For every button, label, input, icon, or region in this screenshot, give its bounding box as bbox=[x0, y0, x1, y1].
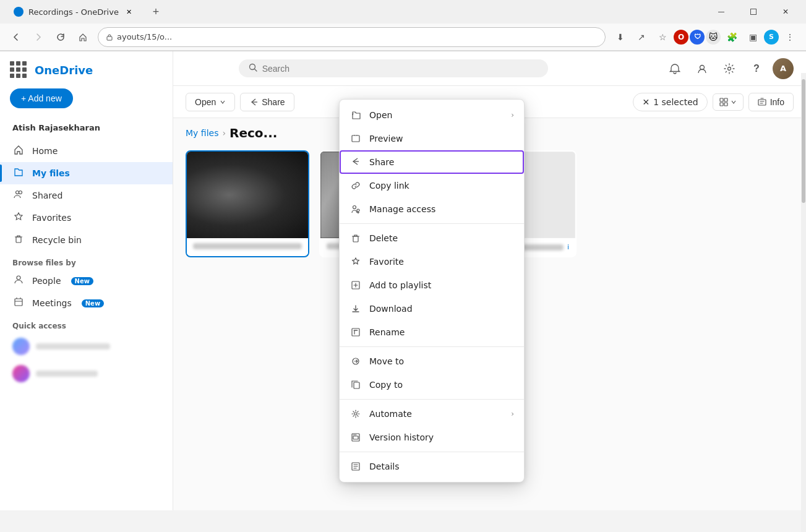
svg-point-25 bbox=[354, 413, 357, 415]
menu-item-copy-to[interactable]: Copy to bbox=[340, 373, 524, 397]
address-text: ayouts/15/o... bbox=[117, 32, 598, 41]
menu-item-preview[interactable]: Preview bbox=[340, 127, 524, 150]
download-page-button[interactable]: ⬇ bbox=[611, 27, 630, 47]
svg-point-19 bbox=[357, 209, 359, 212]
home-icon bbox=[12, 145, 25, 157]
spline-ext-icon[interactable]: S bbox=[764, 30, 779, 45]
close-selected-icon[interactable]: ✕ bbox=[642, 97, 650, 107]
selected-count-label: 1 selected bbox=[653, 97, 698, 107]
extensions-button[interactable]: 🧩 bbox=[722, 27, 742, 47]
menu-item-move-to[interactable]: Move to bbox=[340, 350, 524, 373]
search-box[interactable] bbox=[239, 59, 548, 77]
user-avatar[interactable]: A bbox=[773, 58, 794, 79]
menu-item-open[interactable]: Open › bbox=[340, 103, 524, 127]
search-icon bbox=[249, 63, 257, 74]
menu-button[interactable]: ⋮ bbox=[780, 27, 800, 47]
forward-button[interactable] bbox=[28, 27, 48, 47]
version-history-menu-icon bbox=[349, 431, 362, 444]
preview-menu-icon bbox=[349, 132, 362, 145]
sidebar-item-home-label: Home bbox=[32, 146, 58, 156]
menu-item-manage-access-label: Manage access bbox=[369, 204, 435, 214]
breadcrumb-parent-link[interactable]: My files bbox=[186, 128, 218, 138]
svg-rect-27 bbox=[353, 436, 358, 439]
move-to-menu-icon bbox=[349, 355, 362, 367]
details-menu-icon bbox=[349, 460, 362, 473]
menu-item-automate[interactable]: Automate › bbox=[340, 402, 524, 426]
menu-item-manage-access[interactable]: Manage access bbox=[340, 197, 524, 221]
info-button[interactable]: Info bbox=[748, 93, 794, 111]
menu-item-delete[interactable]: Delete bbox=[340, 226, 524, 250]
add-new-button[interactable]: + Add new bbox=[10, 88, 73, 108]
quick-access-item-2[interactable] bbox=[0, 360, 173, 387]
svg-rect-1 bbox=[751, 9, 757, 15]
menu-item-add-to-playlist[interactable]: Add to playlist bbox=[340, 273, 524, 297]
qa-item-name-2 bbox=[36, 371, 98, 377]
view-chevron-icon bbox=[731, 99, 737, 105]
settings-button[interactable] bbox=[718, 58, 740, 80]
menu-item-copy-link-label: Copy link bbox=[369, 181, 409, 191]
svg-rect-0 bbox=[718, 12, 724, 12]
menu-item-favorite[interactable]: Favorite bbox=[340, 250, 524, 273]
reload-button[interactable] bbox=[51, 27, 71, 47]
menu-item-details[interactable]: Details bbox=[340, 455, 524, 478]
open-label: Open bbox=[195, 97, 216, 107]
menu-item-share[interactable]: Share bbox=[340, 150, 524, 174]
scrollbar[interactable] bbox=[801, 73, 806, 532]
help-button[interactable]: ? bbox=[745, 58, 768, 80]
maximize-button[interactable] bbox=[739, 2, 768, 22]
sidebar-item-people[interactable]: People New bbox=[0, 270, 173, 292]
sidebar-item-my-files[interactable]: My files bbox=[0, 162, 173, 184]
sidebar-item-recycle-bin[interactable]: Recycle bin bbox=[0, 229, 173, 251]
selected-badge[interactable]: ✕ 1 selected bbox=[633, 93, 707, 111]
svg-rect-16 bbox=[352, 135, 359, 142]
menu-item-rename[interactable]: Rename bbox=[340, 320, 524, 344]
back-button[interactable] bbox=[6, 27, 26, 47]
new-tab-button[interactable]: + bbox=[147, 3, 165, 20]
qa-item-name-1 bbox=[36, 343, 110, 350]
download-menu-icon bbox=[349, 302, 362, 315]
scrollbar-thumb[interactable] bbox=[802, 79, 805, 203]
menu-item-version-history[interactable]: Version history bbox=[340, 426, 524, 449]
svg-point-3 bbox=[16, 191, 19, 194]
menu-item-copy-to-label: Copy to bbox=[369, 380, 403, 390]
sidebar-item-shared[interactable]: Shared bbox=[0, 184, 173, 207]
shield-ext-icon[interactable]: 🛡 bbox=[690, 30, 705, 45]
people-header-button[interactable] bbox=[691, 58, 713, 80]
quick-access-label: Quick access bbox=[0, 314, 173, 333]
tab-close-button[interactable]: ✕ bbox=[124, 6, 135, 17]
people-icon bbox=[12, 275, 25, 287]
share-page-button[interactable]: ↗ bbox=[632, 27, 651, 47]
bookmark-button[interactable]: ☆ bbox=[653, 27, 672, 47]
breadcrumb-separator: › bbox=[222, 128, 226, 138]
home-button[interactable] bbox=[73, 27, 93, 47]
file-card-1[interactable] bbox=[186, 150, 309, 257]
apps-grid-icon[interactable] bbox=[10, 61, 27, 79]
share-toolbar-button[interactable]: Share bbox=[240, 93, 294, 111]
menu-item-download[interactable]: Download bbox=[340, 297, 524, 320]
sidebar-item-favorites[interactable]: Favorites bbox=[0, 207, 173, 229]
opera-icon[interactable]: O bbox=[674, 30, 688, 45]
close-button[interactable]: ✕ bbox=[771, 2, 800, 22]
open-arrow-icon: › bbox=[511, 111, 514, 119]
notifications-button[interactable] bbox=[664, 58, 686, 80]
sidebar-item-meetings[interactable]: Meetings New bbox=[0, 292, 173, 314]
share-menu-icon bbox=[349, 156, 362, 168]
browser-chrome: Recordings - OneDrive ✕ + ✕ bbox=[0, 0, 806, 51]
browser-tab[interactable]: Recordings - OneDrive ✕ bbox=[6, 1, 142, 22]
open-button[interactable]: Open bbox=[186, 93, 235, 111]
quick-access-item-1[interactable] bbox=[0, 333, 173, 360]
menu-item-copy-link[interactable]: Copy link bbox=[340, 174, 524, 197]
search-input[interactable] bbox=[262, 64, 538, 74]
view-toggle-button[interactable] bbox=[713, 93, 744, 111]
cat-ext-icon[interactable]: 🐱 bbox=[706, 30, 721, 45]
menu-item-rename-label: Rename bbox=[369, 327, 405, 337]
svg-point-6 bbox=[17, 276, 20, 280]
qa-avatar-1 bbox=[12, 338, 30, 355]
sidebar-button[interactable]: ▣ bbox=[743, 27, 763, 47]
info-icon bbox=[758, 98, 766, 106]
sidebar-item-home[interactable]: Home bbox=[0, 140, 173, 162]
my-files-icon bbox=[12, 167, 25, 179]
minimize-button[interactable] bbox=[707, 2, 735, 22]
file-badge-3: i bbox=[567, 243, 569, 251]
address-bar[interactable]: ayouts/15/o... bbox=[98, 27, 606, 47]
